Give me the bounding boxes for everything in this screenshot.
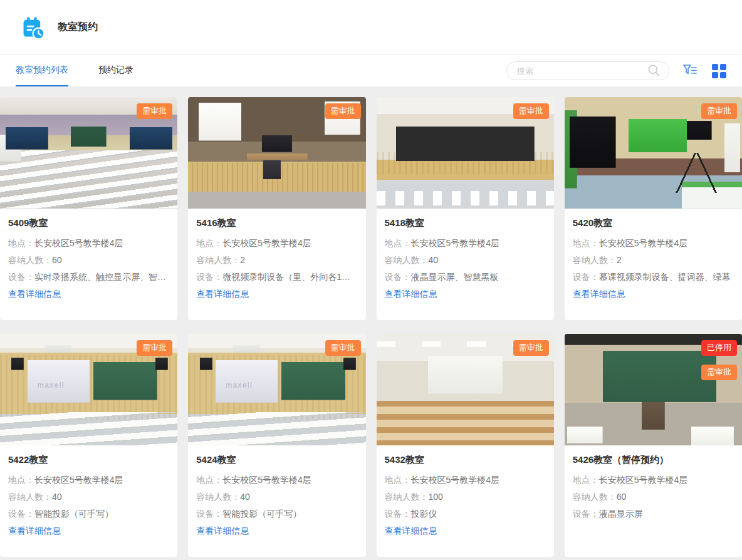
field-value: 60 — [617, 492, 627, 502]
field-value: 60 — [52, 255, 62, 265]
field-label: 设备： — [573, 272, 599, 282]
badge-stack: 需审批 — [137, 340, 172, 356]
field-label: 容纳人数： — [196, 255, 240, 265]
field-value: 微视频录制设备（里、外间各1… — [222, 272, 350, 282]
details-link[interactable]: 查看详细信息 — [8, 526, 61, 537]
badge-stack: 需审批 — [137, 103, 172, 119]
field-value: 智能投影（可手写） — [34, 509, 113, 519]
search-icon[interactable] — [646, 63, 662, 79]
field-label: 地点： — [385, 475, 411, 485]
field-label: 设备： — [196, 509, 222, 519]
field-row-capacity: 容纳人数：40 — [196, 489, 357, 506]
classroom-card-grid: 需审批 5409教室 地点：长安校区5号教学楼4层容纳人数：60设备：实时录播系… — [0, 97, 742, 557]
field-value: 长安校区5号教学楼4层 — [222, 475, 311, 485]
field-value: 智能投影（可手写） — [222, 509, 301, 519]
classroom-card: maxell 需审批 5422教室 地点：长安校区5号教学楼4层容纳人数：40设… — [0, 334, 177, 557]
details-link[interactable]: 查看详细信息 — [573, 289, 625, 300]
classroom-card: 已停用需审批 5426教室（暂停预约） 地点：长安校区5号教学楼4层容纳人数：6… — [565, 334, 742, 557]
card-fields: 地点：长安校区5号教学楼4层容纳人数：40设备：智能投影（可手写） — [8, 472, 169, 522]
card-fields: 地点：长安校区5号教学楼4层容纳人数：2设备：慕课视频录制设备、提词器、绿幕 — [573, 235, 734, 286]
card-info: 5426教室（暂停预约） 地点：长安校区5号教学楼4层容纳人数：60设备：液晶显… — [565, 445, 742, 557]
field-value: 长安校区5号教学楼4层 — [599, 475, 688, 485]
details-link[interactable]: 查看详细信息 — [196, 526, 249, 537]
field-value: 2 — [240, 255, 245, 265]
field-value: 长安校区5号教学楼4层 — [34, 238, 123, 248]
status-badge: 需审批 — [325, 340, 361, 356]
card-info: 5416教室 地点：长安校区5号教学楼4层容纳人数：2设备：微视频录制设备（里、… — [188, 209, 365, 320]
status-badge: 需审批 — [137, 103, 172, 119]
field-label: 设备： — [8, 509, 34, 519]
field-value: 投影仪 — [411, 509, 437, 519]
field-label: 容纳人数： — [8, 492, 52, 502]
field-row-location: 地点：长安校区5号教学楼4层 — [196, 235, 357, 252]
card-fields: 地点：长安校区5号教学楼4层容纳人数：60设备：液晶显示屏 — [573, 472, 734, 522]
details-link[interactable]: 查看详细信息 — [8, 289, 61, 300]
classroom-photo: 需审批 — [565, 97, 742, 209]
field-label: 地点： — [196, 238, 222, 248]
card-info: 5409教室 地点：长安校区5号教学楼4层容纳人数：60设备：实时录播系统、触控… — [0, 209, 177, 320]
field-row-capacity: 容纳人数：100 — [385, 489, 546, 506]
card-info: 5422教室 地点：长安校区5号教学楼4层容纳人数：40设备：智能投影（可手写）… — [0, 445, 177, 557]
field-row-capacity: 容纳人数：60 — [573, 489, 734, 506]
details-link[interactable]: 查看详细信息 — [196, 289, 249, 300]
classroom-title: 5422教室 — [8, 454, 169, 466]
field-label: 地点： — [573, 238, 599, 248]
status-badge: 已停用 — [701, 340, 737, 356]
field-label: 设备： — [385, 272, 411, 282]
classroom-card: 需审批 5416教室 地点：长安校区5号教学楼4层容纳人数：2设备：微视频录制设… — [188, 97, 365, 320]
classroom-title: 5420教室 — [573, 217, 734, 229]
field-label: 地点： — [196, 475, 222, 485]
field-row-location: 地点：长安校区5号教学楼4层 — [196, 472, 357, 489]
tab-toolbar-row: 教室预约列表 预约记录 — [0, 55, 742, 86]
field-label: 容纳人数： — [573, 255, 617, 265]
filter-icon[interactable] — [682, 63, 698, 79]
field-value: 液晶显示屏 — [599, 509, 643, 519]
tab-classroom-list[interactable]: 教室预约列表 — [16, 55, 68, 86]
card-fields: 地点：长安校区5号教学楼4层容纳人数：60设备：实时录播系统、触控显示屏、智… — [8, 235, 169, 286]
photo-screen-text: maxell — [226, 381, 253, 390]
field-row-location: 地点：长安校区5号教学楼4层 — [573, 472, 734, 489]
classroom-card: 需审批 5409教室 地点：长安校区5号教学楼4层容纳人数：60设备：实时录播系… — [0, 97, 177, 320]
field-row-equipment: 设备：慕课视频录制设备、提词器、绿幕 — [573, 269, 734, 286]
field-row-location: 地点：长安校区5号教学楼4层 — [573, 235, 734, 252]
card-info: 5418教室 地点：长安校区5号教学楼4层容纳人数：40设备：液晶显示屏、智慧黑… — [377, 209, 554, 320]
field-label: 容纳人数： — [8, 255, 52, 265]
field-value: 实时录播系统、触控显示屏、智… — [34, 272, 166, 282]
status-badge: 需审批 — [513, 103, 549, 119]
card-fields: 地点：长安校区5号教学楼4层容纳人数：40设备：智能投影（可手写） — [196, 472, 357, 522]
details-link[interactable]: 查看详细信息 — [385, 289, 437, 300]
card-fields: 地点：长安校区5号教学楼4层容纳人数：40设备：液晶显示屏、智慧黑板 — [385, 235, 546, 286]
grid-view-icon[interactable] — [711, 63, 727, 79]
field-label: 容纳人数： — [573, 492, 617, 502]
field-row-capacity: 容纳人数：2 — [196, 252, 357, 269]
field-row-location: 地点：长安校区5号教学楼4层 — [8, 235, 169, 252]
tab-reservation-records[interactable]: 预约记录 — [98, 55, 133, 86]
field-row-location: 地点：长安校区5号教学楼4层 — [8, 472, 169, 489]
field-row-equipment: 设备：智能投影（可手写） — [8, 506, 169, 522]
classroom-title: 5424教室 — [196, 454, 357, 466]
field-value: 100 — [429, 492, 443, 502]
field-value: 慕课视频录制设备、提词器、绿幕 — [599, 272, 731, 282]
app-header: 教室预约 — [0, 0, 742, 55]
field-row-equipment: 设备：液晶显示屏 — [573, 506, 734, 522]
field-value: 液晶显示屏、智慧黑板 — [411, 272, 499, 282]
field-row-capacity: 容纳人数：60 — [8, 252, 169, 269]
classroom-photo: 已停用需审批 — [565, 334, 742, 445]
tab-list: 教室预约列表 预约记录 — [16, 55, 164, 86]
field-value: 长安校区5号教学楼4层 — [34, 475, 123, 485]
search-input[interactable] — [517, 66, 646, 76]
details-link[interactable]: 查看详细信息 — [385, 526, 437, 537]
field-label: 地点： — [8, 238, 34, 248]
classroom-photo: maxell 需审批 — [188, 334, 365, 445]
card-fields: 地点：长安校区5号教学楼4层容纳人数：2设备：微视频录制设备（里、外间各1… — [196, 235, 357, 286]
classroom-photo: 需审批 — [188, 97, 365, 209]
field-label: 设备： — [196, 272, 222, 282]
field-row-equipment: 设备：液晶显示屏、智慧黑板 — [385, 269, 546, 286]
classroom-card: 需审批 5420教室 地点：长安校区5号教学楼4层容纳人数：2设备：慕课视频录制… — [565, 97, 742, 320]
field-row-equipment: 设备：智能投影（可手写） — [196, 506, 357, 522]
search-box[interactable] — [506, 61, 669, 80]
field-label: 地点： — [385, 238, 411, 248]
field-value: 长安校区5号教学楼4层 — [222, 238, 311, 248]
classroom-photo: maxell 需审批 — [0, 334, 177, 445]
badge-stack: 需审批 — [325, 103, 361, 119]
